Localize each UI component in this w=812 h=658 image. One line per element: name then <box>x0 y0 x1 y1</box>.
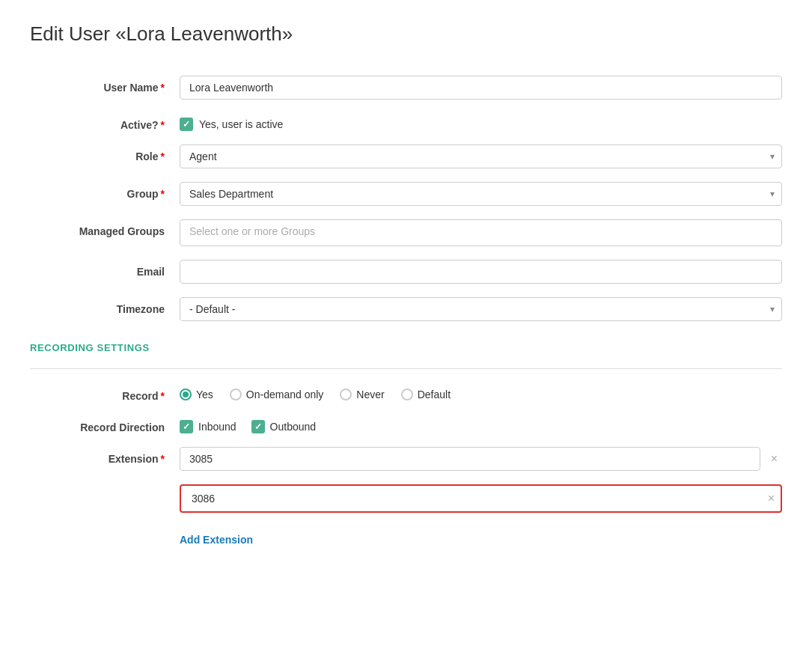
role-row: Role* Agent Admin Supervisor ▾ <box>30 144 782 168</box>
extension2-field-wrap: × <box>180 484 782 513</box>
managed-groups-row: Managed Groups Select one or more Groups <box>30 219 782 246</box>
record-never-radio[interactable] <box>340 389 352 400</box>
extension1-wrap: × <box>180 447 782 471</box>
record-label: Record* <box>30 384 180 402</box>
form-section: User Name* Active?* Yes, user is active … <box>30 68 782 342</box>
role-field-wrap: Agent Admin Supervisor ▾ <box>180 144 782 168</box>
record-never-label: Never <box>356 389 384 400</box>
record-direction-label: Record Direction <box>30 415 180 433</box>
record-yes-option[interactable]: Yes <box>180 389 213 400</box>
timezone-field-wrap: - Default - ▾ <box>180 297 782 321</box>
extension1-clear-button[interactable]: × <box>766 450 782 468</box>
recording-section-title: RECORDING SETTINGS <box>30 342 782 353</box>
extension2-clear-button[interactable]: × <box>763 490 779 508</box>
record-ondemand-radio[interactable] <box>230 389 242 400</box>
active-row: Active?* Yes, user is active <box>30 113 782 131</box>
direction-group: Inbound Outbound <box>180 415 782 433</box>
record-direction-field-wrap: Inbound Outbound <box>180 415 782 433</box>
managed-groups-placeholder-text: Select one or more Groups <box>189 225 315 237</box>
email-label: Email <box>30 260 180 278</box>
email-input[interactable] <box>180 260 782 284</box>
record-default-radio[interactable] <box>401 389 413 400</box>
active-field-wrap: Yes, user is active <box>180 113 782 131</box>
inbound-item: Inbound <box>180 420 236 433</box>
record-ondemand-option[interactable]: On-demand only <box>230 389 324 400</box>
record-ondemand-label: On-demand only <box>246 389 324 400</box>
active-label: Active?* <box>30 113 180 131</box>
inbound-label: Inbound <box>198 421 236 433</box>
extension-label: Extension* <box>30 447 180 465</box>
extension1-input[interactable] <box>180 447 760 471</box>
timezone-row: Timezone - Default - ▾ <box>30 297 782 321</box>
active-text: Yes, user is active <box>199 118 283 130</box>
timezone-select-wrap: - Default - ▾ <box>180 297 782 321</box>
role-label: Role* <box>30 144 180 162</box>
timezone-select[interactable]: - Default - <box>180 297 782 321</box>
username-input[interactable] <box>180 76 782 100</box>
add-extension-button[interactable]: Add Extension <box>180 529 253 550</box>
outbound-item: Outbound <box>251 420 317 433</box>
group-field-wrap: Sales Department Support ▾ <box>180 182 782 206</box>
annotation-arrow <box>790 424 812 499</box>
outbound-label: Outbound <box>270 421 317 433</box>
username-row: User Name* <box>30 76 782 100</box>
role-select[interactable]: Agent Admin Supervisor <box>180 144 782 168</box>
extension2-row: × <box>30 484 782 513</box>
extension2-empty-label <box>30 484 180 490</box>
record-default-label: Default <box>418 389 451 400</box>
record-row: Record* Yes On-demand only Never <box>30 384 782 402</box>
recording-section: RECORDING SETTINGS Record* Yes On-demand… <box>30 342 782 550</box>
section-divider <box>30 368 782 369</box>
add-extension-row: Add Extension <box>30 526 782 550</box>
active-checkbox-wrap: Yes, user is active <box>180 113 782 131</box>
extension2-input[interactable] <box>183 487 757 510</box>
group-label: Group* <box>30 182 180 200</box>
timezone-label: Timezone <box>30 297 180 315</box>
inbound-checkbox[interactable] <box>180 420 193 433</box>
group-select-wrap: Sales Department Support ▾ <box>180 182 782 206</box>
record-yes-label: Yes <box>196 389 213 400</box>
managed-groups-label: Managed Groups <box>30 219 180 237</box>
record-never-option[interactable]: Never <box>340 389 384 400</box>
extension1-row: Extension* × <box>30 447 782 471</box>
record-field-wrap: Yes On-demand only Never Default <box>180 384 782 400</box>
record-yes-radio[interactable] <box>180 389 192 400</box>
outbound-checkbox[interactable] <box>251 420 265 433</box>
managed-groups-field-wrap: Select one or more Groups <box>180 219 782 246</box>
email-field-wrap <box>180 260 782 284</box>
extension1-field-wrap: × <box>180 447 782 471</box>
username-field-wrap <box>180 76 782 100</box>
role-select-wrap: Agent Admin Supervisor ▾ <box>180 144 782 168</box>
page-title: Edit User «Lora Leavenworth» <box>30 22 782 46</box>
record-radio-group: Yes On-demand only Never Default <box>180 384 782 400</box>
page-container: Edit User «Lora Leavenworth» User Name* … <box>0 0 812 658</box>
extension2-wrap-highlighted: × <box>180 484 782 513</box>
record-default-option[interactable]: Default <box>401 389 451 400</box>
active-checkbox[interactable] <box>180 118 193 131</box>
username-label: User Name* <box>30 76 180 94</box>
email-row: Email <box>30 260 782 284</box>
group-row: Group* Sales Department Support ▾ <box>30 182 782 206</box>
record-direction-row: Record Direction Inbound Outbound <box>30 415 782 433</box>
group-select[interactable]: Sales Department Support <box>180 182 782 206</box>
managed-groups-input[interactable]: Select one or more Groups <box>180 219 782 246</box>
